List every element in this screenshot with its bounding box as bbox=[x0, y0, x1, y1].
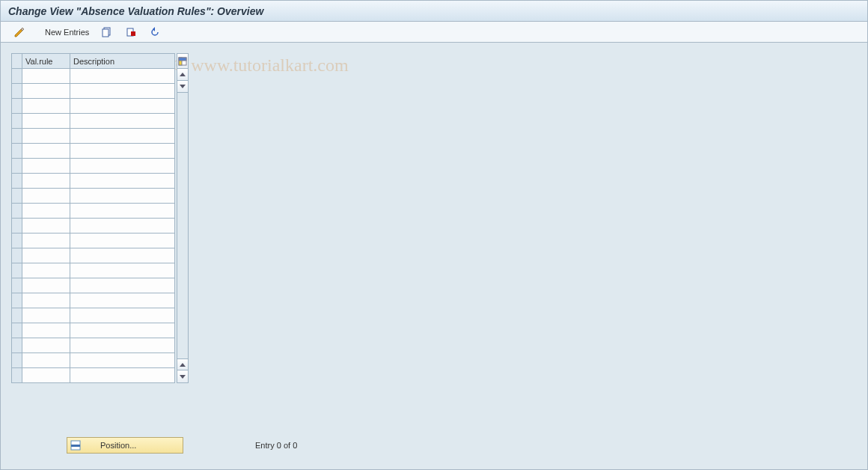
cell-valrule[interactable] bbox=[22, 114, 70, 129]
scroll-up-bottom-button[interactable] bbox=[177, 358, 188, 370]
table-row[interactable] bbox=[12, 278, 175, 293]
cell-valrule[interactable] bbox=[22, 353, 70, 368]
cell-valrule[interactable] bbox=[22, 263, 70, 278]
row-selector[interactable] bbox=[12, 174, 22, 189]
table-row[interactable] bbox=[12, 263, 175, 278]
row-selector[interactable] bbox=[12, 293, 22, 308]
cell-valrule[interactable] bbox=[22, 219, 70, 234]
cell-description[interactable] bbox=[70, 219, 175, 234]
row-selector[interactable] bbox=[12, 338, 22, 353]
cell-valrule[interactable] bbox=[22, 278, 70, 293]
table-row[interactable] bbox=[12, 84, 175, 99]
row-selector[interactable] bbox=[12, 204, 22, 219]
table-row[interactable] bbox=[12, 293, 175, 308]
row-selector[interactable] bbox=[12, 263, 22, 278]
table-row[interactable] bbox=[12, 159, 175, 174]
cell-description[interactable] bbox=[70, 263, 175, 278]
scroll-track[interactable] bbox=[177, 93, 188, 358]
scroll-down-button[interactable] bbox=[177, 370, 188, 382]
cell-valrule[interactable] bbox=[22, 174, 70, 189]
table-row[interactable] bbox=[12, 219, 175, 234]
row-selector[interactable] bbox=[12, 129, 22, 144]
cell-description[interactable] bbox=[70, 353, 175, 368]
scroll-down-top-button[interactable] bbox=[177, 81, 188, 93]
table-row[interactable] bbox=[12, 144, 175, 159]
row-selector[interactable] bbox=[12, 278, 22, 293]
cell-description[interactable] bbox=[70, 338, 175, 353]
vertical-scrollbar[interactable] bbox=[177, 53, 189, 383]
table-row[interactable] bbox=[12, 248, 175, 263]
cell-description[interactable] bbox=[70, 308, 175, 323]
col-header-description[interactable]: Description bbox=[70, 54, 175, 69]
cell-description[interactable] bbox=[70, 84, 175, 99]
cell-valrule[interactable] bbox=[22, 99, 70, 114]
cell-description[interactable] bbox=[70, 323, 175, 338]
table-settings-button[interactable] bbox=[177, 54, 188, 69]
table-row[interactable] bbox=[12, 368, 175, 383]
row-selector[interactable] bbox=[12, 368, 22, 383]
row-selector[interactable] bbox=[12, 84, 22, 99]
table-row[interactable] bbox=[12, 69, 175, 84]
cell-description[interactable] bbox=[70, 99, 175, 114]
cell-description[interactable] bbox=[70, 114, 175, 129]
cell-valrule[interactable] bbox=[22, 323, 70, 338]
cell-description[interactable] bbox=[70, 129, 175, 144]
select-all-header[interactable] bbox=[12, 54, 22, 69]
cell-description[interactable] bbox=[70, 248, 175, 263]
row-selector[interactable] bbox=[12, 144, 22, 159]
cell-valrule[interactable] bbox=[22, 189, 70, 204]
cell-valrule[interactable] bbox=[22, 308, 70, 323]
cell-description[interactable] bbox=[70, 204, 175, 219]
cell-valrule[interactable] bbox=[22, 248, 70, 263]
table-row[interactable] bbox=[12, 189, 175, 204]
table-row[interactable] bbox=[12, 99, 175, 114]
cell-valrule[interactable] bbox=[22, 144, 70, 159]
cell-description[interactable] bbox=[70, 368, 175, 383]
row-selector[interactable] bbox=[12, 69, 22, 84]
table-row[interactable] bbox=[12, 174, 175, 189]
cell-description[interactable] bbox=[70, 159, 175, 174]
table-row[interactable] bbox=[12, 308, 175, 323]
undo-button[interactable] bbox=[145, 25, 165, 40]
cell-description[interactable] bbox=[70, 174, 175, 189]
new-entries-button[interactable]: New Entries bbox=[40, 25, 93, 40]
cell-valrule[interactable] bbox=[22, 159, 70, 174]
position-button[interactable]: Position... bbox=[67, 437, 183, 454]
cell-valrule[interactable] bbox=[22, 234, 70, 248]
table-row[interactable] bbox=[12, 353, 175, 368]
row-selector[interactable] bbox=[12, 114, 22, 129]
cell-valrule[interactable] bbox=[22, 338, 70, 353]
row-selector[interactable] bbox=[12, 219, 22, 234]
data-table[interactable]: Val.rule Description bbox=[11, 53, 175, 383]
cell-valrule[interactable] bbox=[22, 129, 70, 144]
row-selector[interactable] bbox=[12, 308, 22, 323]
delete-button[interactable] bbox=[121, 25, 141, 40]
row-selector[interactable] bbox=[12, 353, 22, 368]
row-selector[interactable] bbox=[12, 248, 22, 263]
table-row[interactable] bbox=[12, 338, 175, 353]
cell-description[interactable] bbox=[70, 234, 175, 248]
row-selector[interactable] bbox=[12, 159, 22, 174]
table-row[interactable] bbox=[12, 234, 175, 248]
col-header-valrule[interactable]: Val.rule bbox=[22, 54, 70, 69]
copy-button[interactable] bbox=[97, 25, 117, 40]
cell-description[interactable] bbox=[70, 69, 175, 84]
cell-description[interactable] bbox=[70, 189, 175, 204]
scroll-up-button[interactable] bbox=[177, 69, 188, 81]
row-selector[interactable] bbox=[12, 99, 22, 114]
row-selector[interactable] bbox=[12, 323, 22, 338]
cell-description[interactable] bbox=[70, 144, 175, 159]
table-row[interactable] bbox=[12, 204, 175, 219]
cell-valrule[interactable] bbox=[22, 69, 70, 84]
edit-button[interactable] bbox=[10, 25, 29, 40]
cell-valrule[interactable] bbox=[22, 84, 70, 99]
table-row[interactable] bbox=[12, 323, 175, 338]
cell-description[interactable] bbox=[70, 293, 175, 308]
cell-description[interactable] bbox=[70, 278, 175, 293]
row-selector[interactable] bbox=[12, 189, 22, 204]
cell-valrule[interactable] bbox=[22, 204, 70, 219]
cell-valrule[interactable] bbox=[22, 368, 70, 383]
table-row[interactable] bbox=[12, 114, 175, 129]
table-row[interactable] bbox=[12, 129, 175, 144]
cell-valrule[interactable] bbox=[22, 293, 70, 308]
